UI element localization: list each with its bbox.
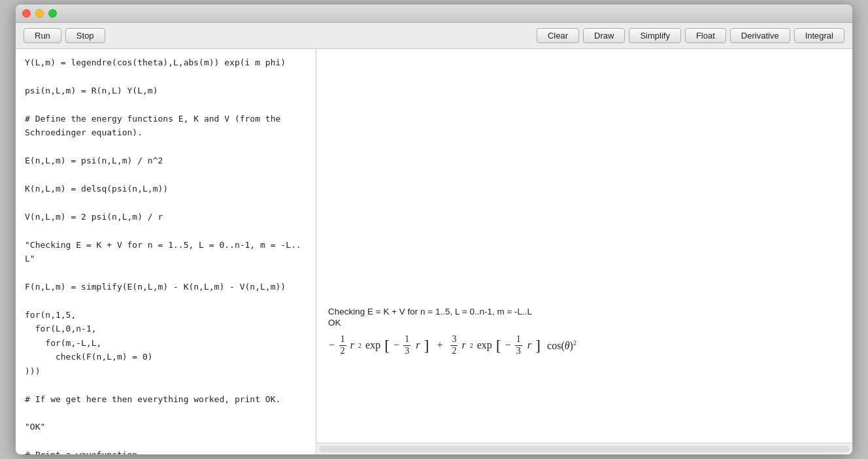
- toolbar: Run Stop Clear Draw Simplify Float Deriv…: [16, 23, 852, 49]
- close-button[interactable]: [22, 9, 31, 18]
- output-panel: Checking E = K + V for n = 1..5, L = 0..…: [316, 49, 852, 454]
- code-text: Y(L,m) = legendre(cos(theta),L,abs(m)) e…: [25, 56, 307, 454]
- run-button[interactable]: Run: [24, 28, 61, 43]
- minimize-button[interactable]: [35, 9, 44, 18]
- title-bar: [16, 5, 852, 23]
- main-area: Y(L,m) = legendre(cos(theta),L,abs(m)) e…: [16, 49, 852, 454]
- float-button[interactable]: Float: [685, 28, 726, 43]
- derivative-button[interactable]: Derivative: [730, 28, 790, 43]
- draw-button[interactable]: Draw: [583, 28, 625, 43]
- simplify-button[interactable]: Simplify: [629, 28, 681, 43]
- integral-button[interactable]: Integral: [794, 28, 844, 43]
- output-content[interactable]: Checking E = K + V for n = 1..5, L = 0..…: [316, 49, 852, 443]
- scrollbar-track: [319, 446, 850, 452]
- output-math: − 1 2 r2 exp [ − 1 3: [328, 334, 841, 357]
- maximize-button[interactable]: [48, 9, 57, 18]
- output-line-1: Checking E = K + V for n = 1..5, L = 0..…: [328, 307, 841, 316]
- code-panel[interactable]: Y(L,m) = legendre(cos(theta),L,abs(m)) e…: [16, 49, 316, 454]
- main-window: Run Stop Clear Draw Simplify Float Deriv…: [16, 5, 852, 454]
- clear-button[interactable]: Clear: [537, 28, 579, 43]
- stop-button[interactable]: Stop: [65, 28, 105, 43]
- output-scrollbar[interactable]: [316, 443, 852, 454]
- output-line-2: OK: [328, 318, 841, 328]
